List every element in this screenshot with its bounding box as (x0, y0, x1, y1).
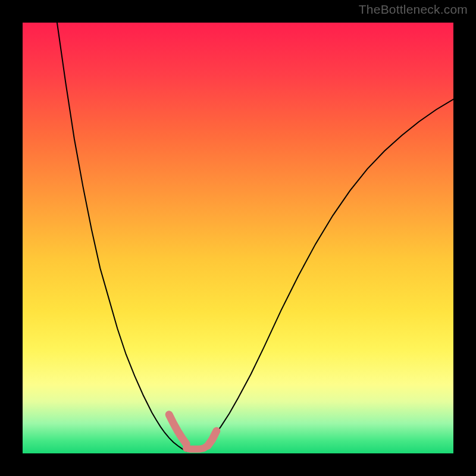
right-valley-marker (208, 431, 216, 446)
gradient-plot-area (23, 23, 453, 453)
watermark-text: TheBottleneck.com (359, 2, 468, 17)
chart-container: TheBottleneck.com (0, 0, 476, 476)
left-valley-marker (169, 415, 186, 444)
curve-overlay (23, 23, 453, 453)
right-curve (199, 99, 453, 452)
left-curve (57, 23, 186, 451)
